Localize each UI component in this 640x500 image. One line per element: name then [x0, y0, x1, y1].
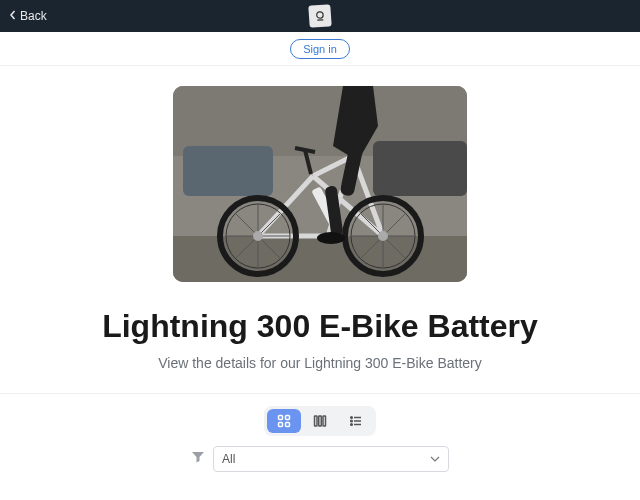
svg-point-26	[253, 231, 263, 241]
svg-rect-35	[279, 423, 283, 427]
svg-rect-37	[315, 416, 318, 426]
filter-select[interactable]: All	[213, 446, 449, 472]
signin-row: Sign in	[0, 32, 640, 66]
svg-rect-38	[319, 416, 322, 426]
svg-point-40	[351, 417, 353, 419]
svg-point-44	[351, 424, 353, 426]
svg-point-27	[378, 231, 388, 241]
back-button[interactable]: Back	[8, 9, 47, 23]
svg-rect-33	[279, 416, 283, 420]
page-title: Lightning 300 E-Bike Battery	[102, 308, 538, 345]
topbar: Back	[0, 0, 640, 32]
svg-rect-36	[286, 423, 290, 427]
hero-section: Lightning 300 E-Bike Battery View the de…	[0, 66, 640, 393]
view-controls	[0, 393, 640, 446]
list-view-button[interactable]	[339, 409, 373, 433]
grid-view-button[interactable]	[267, 409, 301, 433]
svg-rect-39	[323, 416, 326, 426]
svg-rect-5	[183, 146, 273, 196]
product-image	[173, 86, 467, 282]
svg-point-0	[317, 12, 324, 19]
page-subtitle: View the details for our Lightning 300 E…	[158, 355, 481, 371]
svg-rect-6	[373, 141, 467, 196]
svg-point-30	[317, 232, 345, 244]
app-logo	[308, 4, 331, 27]
chevron-left-icon	[8, 9, 18, 23]
back-label: Back	[20, 9, 47, 23]
signin-button[interactable]: Sign in	[290, 39, 350, 59]
view-toggle-group	[264, 406, 376, 436]
column-view-button[interactable]	[303, 409, 337, 433]
filter-row: All	[0, 446, 640, 484]
svg-rect-34	[286, 416, 290, 420]
filter-icon	[191, 450, 205, 468]
svg-point-42	[351, 420, 353, 422]
